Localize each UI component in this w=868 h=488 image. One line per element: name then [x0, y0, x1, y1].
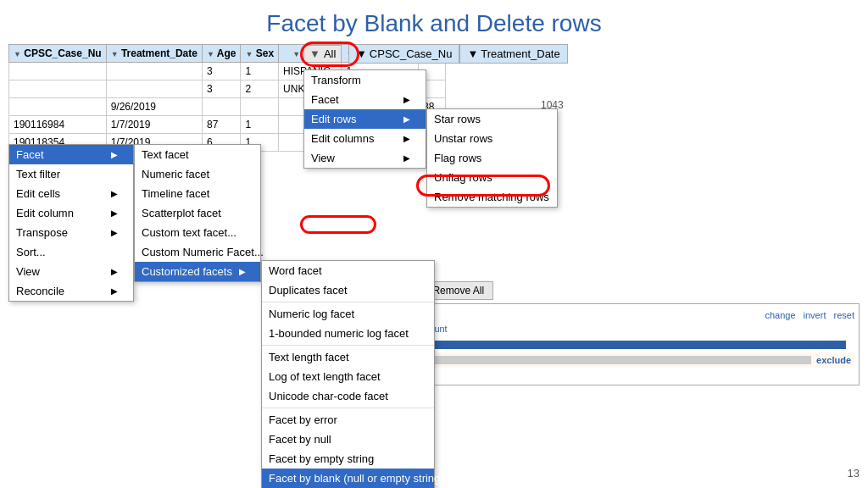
cell: 1	[241, 63, 279, 80]
cell	[9, 98, 107, 116]
cust-facet-null[interactable]: Facet by null	[262, 430, 434, 449]
right-col-treatment[interactable]: ▼ Treatment_Date	[459, 44, 567, 64]
col-label-sex: Sex	[256, 47, 274, 59]
er-unflag[interactable]: Unflag rows	[427, 168, 557, 187]
cust-duplicates[interactable]: Duplicates facet	[262, 280, 434, 300]
table-area: ▼ CPSC_Case_Nu ▼ Treatment_Date ▼ Age ▼ …	[8, 44, 297, 152]
right-section: ▼ All ▼ CPSC_Case_Nu ▼ Treatment_Date	[303, 44, 860, 152]
facet-sub-numeric[interactable]: Numeric facet	[135, 164, 260, 184]
facet-sub-custom-text[interactable]: Custom text facet...	[135, 223, 260, 242]
cell	[106, 63, 202, 80]
facet-sub-custom-numeric[interactable]: Custom Numeric Facet...	[135, 242, 260, 262]
rm-edit-columns-arrow: ▶	[403, 134, 410, 143]
facet-sub-text[interactable]: Text facet	[135, 145, 260, 164]
all-label: All	[324, 47, 336, 60]
all-dropdown-arrow: ▼	[309, 47, 320, 60]
cell: 3	[202, 63, 240, 80]
cust-log-text-length[interactable]: Log of text length facet	[262, 367, 434, 386]
er-flag[interactable]: Flag rows	[427, 148, 557, 168]
menu-item-view[interactable]: View ▶	[9, 262, 133, 281]
facet-submenu-arrow: ▶	[111, 150, 118, 159]
cell: 87	[202, 116, 240, 134]
menu-item-edit-column[interactable]: Edit column ▶	[9, 203, 133, 223]
cell: 2	[241, 80, 279, 98]
facet-links: change invert reset	[760, 310, 854, 320]
transpose-arrow: ▶	[111, 228, 118, 237]
facet-sub-customized[interactable]: Customized facets ▶	[135, 262, 260, 281]
cust-facet-error[interactable]: Facet by error	[262, 410, 434, 430]
cell: 3	[202, 80, 240, 98]
er-unstar[interactable]: Unstar rows	[427, 129, 557, 148]
rm-view-arrow: ▶	[403, 153, 410, 163]
col-label-age: Age	[217, 47, 236, 59]
cell	[9, 63, 107, 80]
cell: 1	[241, 116, 279, 134]
col-header-case[interactable]: ▼ CPSC_Case_Nu	[9, 45, 107, 63]
menu-item-facet[interactable]: Facet ▶	[9, 145, 133, 164]
cust-text-length[interactable]: Text length facet	[262, 347, 434, 367]
cell	[9, 80, 107, 98]
rm-edit-columns[interactable]: Edit columns ▶	[304, 129, 426, 148]
er-star[interactable]: Star rows	[427, 109, 557, 129]
cust-facet-blank[interactable]: Facet by blank (null or empty string)	[262, 469, 434, 488]
menu-item-text-filter[interactable]: Text filter	[9, 164, 133, 184]
facet-sub-timeline[interactable]: Timeline facet	[135, 184, 260, 203]
col-arrow-sex: ▼	[245, 50, 253, 58]
cell	[241, 98, 279, 116]
right-col-case[interactable]: ▼ CPSC_Case_Nu	[348, 44, 459, 64]
edit-cells-arrow: ▶	[111, 189, 118, 198]
cust-word[interactable]: Word facet	[262, 261, 434, 280]
all-dropdown-button[interactable]: ▼ All	[303, 45, 342, 63]
rm-view[interactable]: View ▶	[304, 148, 426, 168]
facet-change-link[interactable]: change	[765, 310, 795, 320]
rm-facet-arrow: ▶	[403, 95, 410, 104]
col-arrow-treatment: ▼	[111, 50, 119, 58]
right-menu-area: Transform Facet ▶ Edit rows ▶ Edit colum…	[303, 69, 558, 169]
true-row-oval	[300, 215, 376, 234]
menu-item-transpose[interactable]: Transpose ▶	[9, 223, 133, 242]
cell: 190116984	[9, 116, 107, 134]
right-col-label-treatment: Treatment_Date	[481, 47, 559, 60]
menu-divider-2	[262, 345, 434, 346]
col-label-treatment: Treatment_Date	[121, 47, 198, 59]
cust-unicode[interactable]: Unicode char-code facet	[262, 386, 434, 406]
menu-item-reconcile[interactable]: Reconcile ▶	[9, 281, 133, 301]
rm-transform[interactable]: Transform	[304, 70, 426, 90]
right-col-label-case: CPSC_Case_Nu	[370, 47, 453, 60]
facet-invert-link[interactable]: invert	[804, 310, 826, 320]
rm-facet[interactable]: Facet ▶	[304, 90, 426, 109]
main-context-menu: Facet ▶ Text filter Edit cells ▶ Edit co…	[8, 144, 134, 302]
facet-reset-link[interactable]: reset	[834, 310, 854, 320]
right-col-headers: ▼ CPSC_Case_Nu ▼ Treatment_Date	[348, 44, 568, 64]
col-header-age[interactable]: ▼ Age	[202, 45, 240, 63]
right-col-arrow-treatment: ▼	[467, 47, 478, 60]
cell	[202, 98, 240, 116]
col-header-sex[interactable]: ▼ Sex	[241, 45, 279, 63]
exclude-link[interactable]: exclude	[816, 355, 851, 365]
right-top-area: ▼ All ▼ CPSC_Case_Nu ▼ Treatment_Date	[303, 44, 860, 64]
menu-item-sort[interactable]: Sort...	[9, 242, 133, 262]
edit-rows-submenu: Star rows Unstar rows Flag rows Unflag r…	[426, 108, 558, 208]
col-label-case: CPSC_Case_Nu	[24, 47, 101, 59]
col-arrow-age: ▼	[207, 50, 214, 58]
col-header-treatment[interactable]: ▼ Treatment_Date	[106, 45, 202, 63]
cust-numeric-log[interactable]: Numeric log facet	[262, 304, 434, 324]
facet-submenu: Text facet Numeric facet Timeline facet …	[134, 144, 261, 282]
rm-edit-rows[interactable]: Edit rows ▶	[304, 109, 426, 129]
cust-1bounded[interactable]: 1-bounded numeric log facet	[262, 324, 434, 343]
cell	[106, 80, 202, 98]
false-bar-fill	[364, 341, 846, 349]
cell: 1/7/2019	[106, 116, 202, 134]
page-number: 13	[848, 467, 860, 480]
cust-facet-empty[interactable]: Facet by empty string	[262, 449, 434, 469]
rm-edit-rows-arrow: ▶	[403, 114, 410, 124]
customized-facets-submenu: Word facet Duplicates facet Numeric log …	[261, 260, 435, 488]
all-dropdown-wrapper: ▼ All	[303, 45, 342, 64]
menu-item-edit-cells[interactable]: Edit cells ▶	[9, 184, 133, 203]
view-arrow: ▶	[111, 267, 118, 276]
right-col-arrow-case: ▼	[356, 47, 367, 60]
er-remove-matching[interactable]: Remove matching rows	[427, 187, 557, 207]
facet-sub-scatterplot[interactable]: Scatterplot facet	[135, 203, 260, 223]
col-arrow-case: ▼	[14, 50, 21, 58]
menu-divider-1	[262, 302, 434, 302]
